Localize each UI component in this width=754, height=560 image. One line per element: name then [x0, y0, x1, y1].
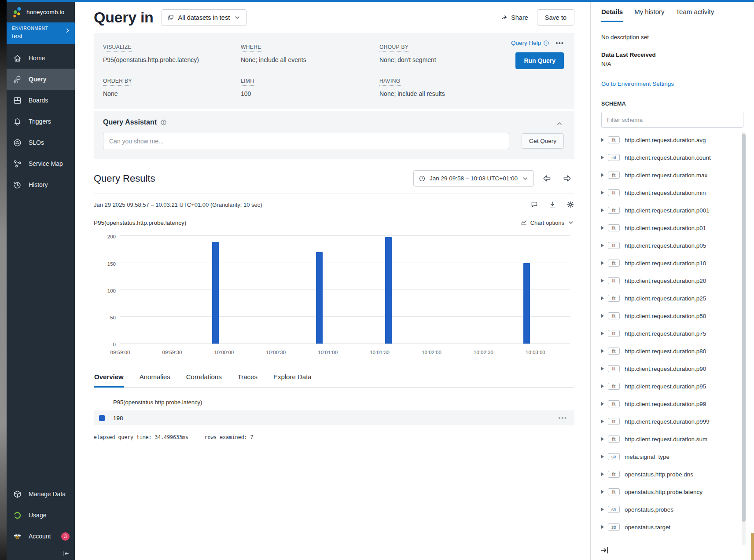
sidebar-item-slos[interactable]: SLOs: [7, 132, 75, 153]
sidebar-item-triggers[interactable]: Triggers: [7, 111, 75, 132]
chart-bar[interactable]: [523, 263, 530, 344]
get-query-button[interactable]: Get Query: [522, 133, 564, 149]
schema-field-row[interactable]: flthttp.client.request.duration.p50: [601, 307, 743, 325]
schema-field-row[interactable]: flthttp.client.request.duration.p999: [601, 413, 743, 430]
tab-correlations[interactable]: Correlations: [186, 373, 222, 388]
chart-options-button[interactable]: Chart options: [520, 219, 574, 226]
schema-field-row[interactable]: flthttp.client.request.duration.sum: [601, 430, 743, 448]
schema-field-row[interactable]: stropenstatus.probes: [601, 501, 743, 518]
schema-field-row[interactable]: stropenstatus.target: [601, 518, 743, 536]
tab-my-history[interactable]: My history: [634, 8, 664, 22]
more-options-icon[interactable]: •••: [555, 39, 564, 47]
query-builder: VISUALIZEP95(openstatus.http.probe.laten…: [94, 33, 574, 109]
scrollbar-thumb[interactable]: [742, 134, 746, 522]
time-back-button[interactable]: [539, 171, 554, 186]
sidebar-item-usage[interactable]: Usage: [7, 505, 75, 526]
row-menu-icon[interactable]: •••: [558, 414, 567, 421]
sidebar-item-account[interactable]: Account3: [7, 526, 75, 547]
query-builder-grid: VISUALIZEP95(openstatus.http.probe.laten…: [103, 43, 482, 97]
schema-field-row[interactable]: inthttp.client.request.duration.count: [601, 149, 743, 166]
chart-title: P95(openstatus.http.probe.latency): [94, 220, 186, 226]
schema-field-row[interactable]: flthttp.client.request.duration.p25: [601, 289, 743, 307]
clause-value: P95(openstatus.http.probe.latency): [103, 56, 241, 63]
builder-clause-order-by[interactable]: ORDER BYNone: [103, 77, 241, 97]
sidebar-item-query[interactable]: Query: [7, 69, 75, 90]
sidebar-item-boards[interactable]: Boards: [7, 90, 75, 111]
desktop-corner: [751, 533, 754, 560]
schema-field-row[interactable]: flthttp.client.request.duration.p01: [601, 219, 743, 237]
sidebar-item-history[interactable]: History: [7, 174, 75, 195]
schema-field-row[interactable]: fltopenstatus.http.probe.latency: [601, 483, 743, 501]
expand-triangle-icon: [601, 332, 604, 335]
sidebar-item-manage-data[interactable]: Manage Data: [7, 483, 75, 505]
expand-triangle-icon: [601, 402, 604, 406]
collapse-sidebar-button[interactable]: [62, 550, 70, 557]
schema-field-row[interactable]: flthttp.client.request.duration.p75: [601, 325, 743, 342]
data-last-received-label: Data Last Received: [601, 51, 743, 58]
schema-filter-input[interactable]: [601, 112, 743, 128]
expand-triangle-icon: [601, 191, 604, 194]
environment-switcher[interactable]: ENVIRONMENT test: [7, 22, 75, 44]
query-assistant: Query Assistant ? Get Query: [94, 111, 574, 159]
clause-value: None; don't segment: [379, 56, 482, 63]
environment-settings-link[interactable]: Go to Environment Settings: [601, 81, 743, 87]
details-footer: [600, 540, 743, 560]
honeycomb-logo[interactable]: honeycomb.io: [7, 2, 75, 22]
download-button[interactable]: [548, 201, 556, 209]
field-name: http.client.request.duration.count: [625, 154, 711, 161]
builder-clause-visualize[interactable]: VISUALIZEP95(openstatus.http.probe.laten…: [103, 43, 241, 63]
assistant-prompt-input[interactable]: [103, 133, 509, 149]
x-axis-tick-label: 10:03:00: [526, 350, 545, 355]
schema-field-row[interactable]: flthttp.client.request.duration.min: [601, 184, 743, 201]
field-name: openstatus.target: [625, 524, 670, 531]
sidebar-item-home[interactable]: Home: [7, 48, 75, 69]
sidebar-collapse-row: [7, 547, 75, 560]
tab-overview[interactable]: Overview: [94, 373, 124, 388]
latency-bar-chart: 09:59:0009:59:3010:00:0010:00:3010:01:00…: [94, 228, 574, 361]
schema-field-row[interactable]: flthttp.client.request.duration.p05: [601, 237, 743, 254]
schema-field-row[interactable]: flthttp.client.request.duration.p95: [601, 377, 743, 395]
collapse-assistant-button[interactable]: [556, 120, 563, 127]
chart-bar[interactable]: [385, 237, 392, 344]
comment-button[interactable]: [530, 201, 538, 209]
chart-bar[interactable]: [212, 242, 219, 344]
schema-field-row[interactable]: flthttp.client.request.duration.avg: [601, 131, 743, 149]
settings-button[interactable]: [566, 201, 574, 209]
collapse-panel-button[interactable]: [600, 545, 609, 555]
summary-table-row[interactable]: 198 •••: [94, 410, 574, 425]
field-type-badge: flt: [608, 418, 620, 425]
time-range-picker[interactable]: Jan 29 09:58 – 10:03 UTC+01:00: [413, 170, 534, 187]
schema-field-row[interactable]: strmeta.signal_type: [601, 448, 743, 465]
schema-field-row[interactable]: flthttp.client.request.duration.p20: [601, 272, 743, 289]
builder-clause-where[interactable]: WHERENone; include all events: [241, 43, 379, 63]
dataset-selector[interactable]: All datasets in test: [162, 9, 247, 26]
sidebar-item-service-map[interactable]: Service Map: [7, 153, 75, 174]
clause-label: GROUP BY: [379, 44, 408, 52]
schema-field-row[interactable]: flthttp.client.request.duration.p80: [601, 342, 743, 360]
query-builder-actions: Query Help ? ••• Run Query: [511, 39, 564, 69]
tab-explore-data[interactable]: Explore Data: [273, 373, 312, 388]
schema-field-row[interactable]: flthttp.client.request.duration.p10: [601, 254, 743, 272]
tab-traces[interactable]: Traces: [237, 373, 258, 388]
builder-clause-having[interactable]: HAVINGNone; include all results: [379, 77, 482, 97]
query-stats: elapsed query time: 34.499633ms rows exa…: [94, 434, 574, 440]
schema-field-row[interactable]: flthttp.client.request.duration.p90: [601, 360, 743, 377]
run-query-button[interactable]: Run Query: [515, 52, 564, 69]
slos-icon: [13, 138, 22, 147]
home-icon: [13, 54, 22, 63]
builder-clause-limit[interactable]: LIMIT100: [241, 77, 379, 97]
tab-details[interactable]: Details: [601, 8, 623, 22]
schema-field-row[interactable]: flthttp.client.request.duration.p001: [601, 201, 743, 219]
chart-bar[interactable]: [316, 252, 323, 344]
time-forward-button[interactable]: [559, 171, 574, 186]
sidebar-item-label: Home: [29, 55, 45, 62]
share-button[interactable]: Share: [500, 14, 528, 21]
schema-field-row[interactable]: flthttp.client.request.duration.p99: [601, 395, 743, 413]
tab-team-activity[interactable]: Team activity: [676, 8, 714, 22]
builder-clause-group-by[interactable]: GROUP BYNone; don't segment: [379, 43, 482, 63]
schema-field-row[interactable]: fltopenstatus.http.probe.dns: [601, 465, 743, 483]
save-to-button[interactable]: Save to: [537, 9, 574, 26]
tab-anomalies[interactable]: Anomalies: [139, 373, 171, 388]
query-help-link[interactable]: Query Help ?: [511, 40, 549, 46]
schema-field-row[interactable]: flthttp.client.request.duration.max: [601, 166, 743, 184]
